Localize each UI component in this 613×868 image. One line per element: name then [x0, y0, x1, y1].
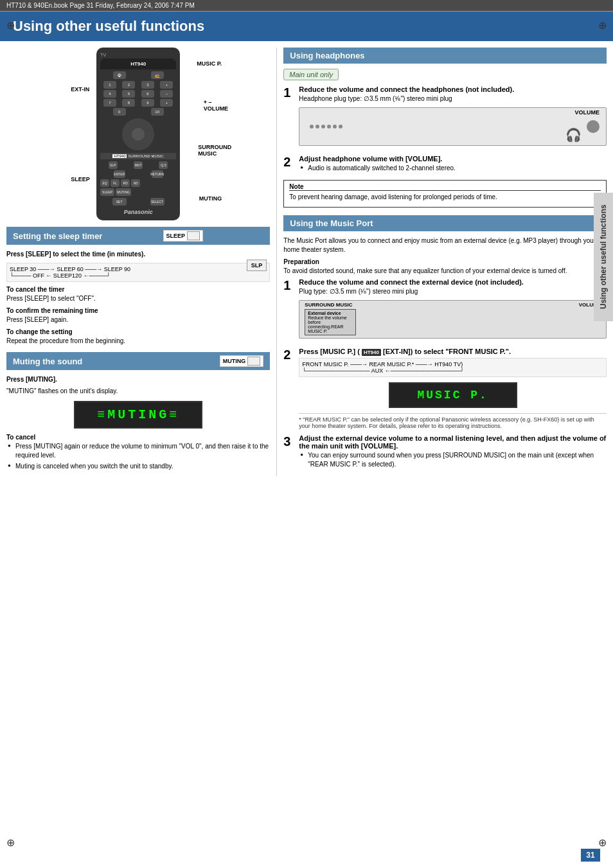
content-area: EXT-IN SLEEP TV HT940 ⏻ 📻: [0, 41, 613, 483]
btn-extra1: SLP: [109, 161, 118, 169]
btn-4: 4: [103, 90, 116, 98]
front-music-seq: FRONT MUSIC P. ——→ REAR MUSIC P.* ——→ HT…: [299, 358, 607, 377]
remote-model: HT940: [100, 58, 176, 69]
muting-cancel-bullet-1: Press [MUTING] again or reduce the volum…: [15, 442, 270, 460]
btn-b4: AD: [131, 179, 140, 187]
mp-step1-title: Reduce the volume and connect the extern…: [299, 278, 607, 286]
page-wrapper: ⊕ ⊕ ⊕ ⊕ HT710 & 940En.book Page 31 Frida…: [0, 0, 613, 868]
sleep-badge: SLEEP: [163, 230, 204, 242]
sidebar-rotated-label: Using other useful functions: [594, 193, 613, 321]
main-title: Using other useful functions: [0, 12, 613, 41]
step1-text: Headphone plug type: ∅3.5 mm (¹⁄₈") ster…: [299, 94, 607, 103]
prep-heading: Preparation: [283, 258, 607, 265]
mp-step2: 2 Press [MUSIC P.] ( HT940 [EXT-IN]) to …: [283, 348, 607, 429]
headphones-title: Using headphones: [290, 51, 364, 60]
btn-5: 5: [122, 90, 135, 98]
music-port-title: Using the Music Port: [290, 218, 373, 228]
music-display: MUSIC P.: [389, 382, 517, 408]
muting-label-remote: MUTING: [199, 195, 222, 202]
volume-label-remote: + – VOLUME: [204, 99, 229, 112]
btn-set: SET: [112, 198, 127, 206]
remote-extra-btns: SLP MUT Q.S: [100, 161, 176, 169]
btn-b3: RD: [121, 179, 130, 187]
sleep-sequence-box: SLEEP 30 ——→ SLEEP 60 ——→ SLEEP 90 └——— …: [6, 263, 270, 282]
headphones-section: Using headphones Main unit only 1 Reduce…: [283, 48, 607, 208]
remote-more-btns: ENTER RETURN: [100, 170, 176, 178]
mp-step3: 3 Adjust the external device volume to a…: [283, 434, 607, 471]
title-text: Using other useful functions: [13, 18, 204, 34]
btn-9: 9: [141, 99, 154, 107]
stereo-dots: [310, 125, 342, 128]
change-heading: To change the setting: [6, 328, 270, 335]
slp-display: SLP: [247, 260, 267, 271]
ext-device-box: External device Reduce the volume before…: [305, 309, 356, 335]
btn-m1: ENTER: [114, 170, 125, 178]
main-unit-badge: Main unit only: [283, 69, 339, 80]
sleep-seq-row2: └——— OFF ← SLEEP120 ←———┘: [10, 272, 267, 279]
mp-step3-title: Adjust the external device volume to a n…: [299, 434, 607, 450]
dot5: [333, 125, 337, 128]
muting-badge-text: MUTING: [223, 358, 246, 364]
corner-mark-br: ⊕: [598, 837, 607, 849]
mp-step2-num: 2: [283, 348, 294, 429]
device-illustration: SURROUND MUSIC VOLUME: [299, 300, 607, 339]
corner-mark-bl: ⊕: [6, 837, 15, 849]
muting-cancel-bullet-2: Muting is canceled when you switch the u…: [15, 462, 270, 471]
sleep-seq-row1: SLEEP 30 ——→ SLEEP 60 ——→ SLEEP 90: [10, 266, 267, 272]
ht940-surr-label: HT940 SURROUND MUSIC: [100, 153, 176, 159]
surround-music-label: SURROUND MUSIC: [198, 144, 231, 157]
btn-m2: RETURN: [152, 170, 163, 178]
btn-muting: MUTING: [116, 188, 131, 196]
prep-text: To avoid distorted sound, make sure that…: [283, 267, 607, 276]
music-p-label: MUSIC P.: [197, 60, 222, 67]
right-column: Using headphones Main unit only 1 Reduce…: [276, 48, 607, 476]
front-seq-line2: └——————————— AUX ←————————————┘: [302, 368, 603, 374]
page-number: 31: [581, 849, 600, 862]
btn-7: 7: [103, 99, 116, 107]
mp-step2-title: Press [MUSIC P.] ( HT940 [EXT-IN]) to se…: [299, 348, 607, 355]
ext-device-text: Reduce the volume before connecting.REAR…: [308, 315, 353, 333]
btn-extra3: Q.S: [159, 161, 168, 169]
tv-label: TV: [100, 53, 176, 57]
mp-step1-num: 1: [283, 278, 294, 342]
muting-instruction: Press [MUTING].: [6, 375, 270, 384]
confirm-heading: To confirm the remaining time: [6, 307, 270, 314]
note-title: Note: [289, 183, 601, 191]
panasonic-brand: Panasonic: [100, 209, 176, 215]
muting-title: Muting the sound: [13, 357, 82, 366]
number-pad: 1 2 3 + 4 5 6 –: [100, 81, 176, 116]
dot3: [321, 125, 325, 128]
remote-illustration: EXT-IN SLEEP TV HT940 ⏻ 📻: [6, 48, 270, 220]
surr-label: SURROUND MUSIC: [305, 302, 352, 308]
remote-control: TV HT940 ⏻ 📻 1 2 3: [96, 48, 180, 220]
vol-label-hp: VOLUME: [574, 109, 600, 116]
muting-header: Muting the sound MUTING: [6, 352, 270, 370]
corner-mark-tl: ⊕: [6, 19, 15, 31]
remote-top-buttons: ⏻ 📻: [100, 71, 176, 79]
vol-plus: +: [160, 81, 173, 89]
btn-2: 2: [122, 81, 135, 89]
cancel-text: Press [SLEEP] to select "OFF".: [6, 294, 270, 303]
ext-in-label: EXT-IN: [71, 86, 89, 93]
corner-mark-tr: ⊕: [598, 19, 607, 31]
change-text: Repeat the procedure from the beginning.: [6, 337, 270, 346]
remote-bottom-btns2: SLEEP MUTING: [100, 188, 176, 196]
sleep-label: SLEEP: [71, 176, 90, 182]
volume-knob: [587, 120, 600, 133]
music-port-section: Using the Music Port The Music Port allo…: [283, 215, 607, 471]
music-port-header: Using the Music Port: [283, 215, 607, 231]
step2-content: Adjust headphone volume with [VOLUME]. A…: [299, 155, 607, 175]
page-header: HT710 & 940En.book Page 31 Friday, Febru…: [0, 0, 613, 12]
ht940-badge: HT940: [362, 349, 381, 356]
step2-title: Adjust headphone volume with [VOLUME].: [299, 155, 607, 163]
remote-btn-1: ⏻: [113, 71, 126, 79]
sleep-badge-text: SLEEP: [166, 233, 186, 239]
headphones-header: Using headphones: [283, 48, 607, 64]
btn-b2: FL: [111, 179, 120, 187]
step2-bullet: Audio is automatically switched to 2-cha…: [308, 164, 607, 173]
step1-num: 1: [283, 85, 294, 150]
left-column: EXT-IN SLEEP TV HT940 ⏻ 📻: [6, 48, 276, 476]
btn-sel: SELECT: [150, 198, 164, 206]
btn-10: 10: [151, 108, 164, 116]
headphones-step1: 1 Reduce the volume and connect the head…: [283, 85, 607, 150]
